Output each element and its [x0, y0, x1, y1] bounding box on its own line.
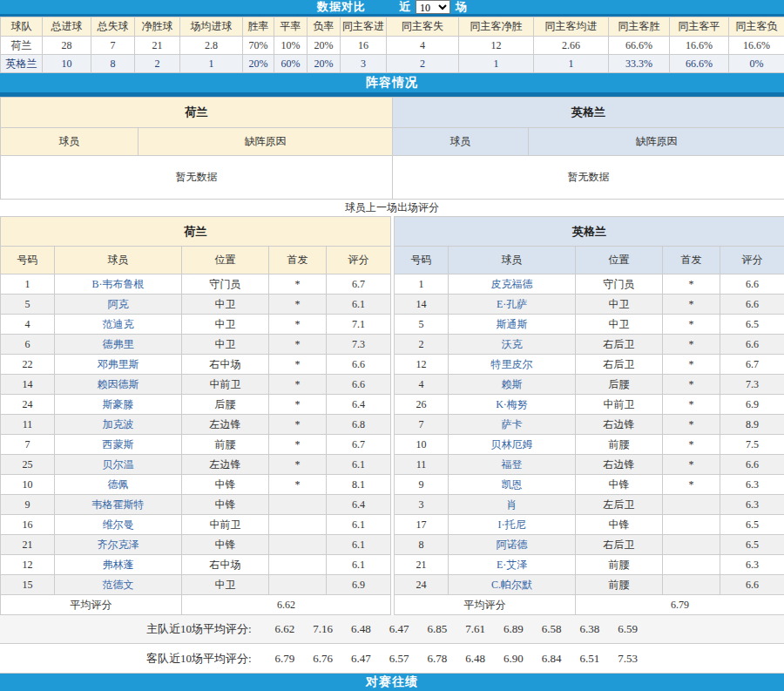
player-row: 3肖左后卫6.3 — [395, 495, 784, 515]
player-name-cell: 福登 — [449, 455, 576, 475]
player-name-cell: 凯恩 — [449, 475, 576, 495]
player-row: 5斯通斯中卫*6.5 — [395, 315, 784, 335]
player-name-link[interactable]: 贝林厄姆 — [491, 438, 533, 451]
player-rating: 6.5 — [720, 535, 784, 555]
stat-value: 20% — [308, 55, 341, 73]
player-name-link[interactable]: 萨卡 — [502, 418, 523, 430]
player-name-link[interactable]: 范德文 — [103, 579, 134, 591]
player-rating: 6.4 — [327, 395, 391, 415]
player-name-cell: I·托尼 — [449, 515, 576, 535]
comparison-column-header: 负率 — [308, 17, 341, 37]
lineup-nodata-row: 暂无数据 暂无数据 — [1, 156, 784, 200]
player-starting-flag — [663, 575, 720, 595]
player-name-link[interactable]: 特里皮尔 — [491, 358, 533, 370]
player-number: 7 — [1, 435, 55, 455]
player-name-link[interactable]: 弗林蓬 — [103, 559, 134, 571]
player-name-link[interactable]: 德佩 — [108, 478, 129, 491]
player-starting-flag — [663, 495, 720, 515]
player-number: 21 — [1, 535, 55, 555]
away-average-label: 平均评分 — [395, 595, 576, 615]
player-name-link[interactable]: 沃克 — [502, 338, 523, 350]
player-name-link[interactable]: C.帕尔默 — [491, 579, 532, 591]
away-average-value: 6.48 — [465, 652, 485, 666]
player-row: 7萨卡右边锋*8.9 — [395, 415, 784, 435]
player-number: 9 — [395, 475, 449, 495]
away-team-header-row: 英格兰 — [395, 217, 784, 247]
away-average-row: 平均评分 6.79 — [395, 595, 784, 615]
comparison-header-row: 球队总进球总失球净胜球场均进球胜率平率负率同主客进同主客失同主客净胜同主客均进同… — [1, 17, 784, 37]
player-row: 17I·托尼中锋6.5 — [395, 515, 784, 535]
home-average-label: 平均评分 — [1, 595, 182, 615]
player-rating: 6.6 — [720, 455, 784, 475]
player-name-link[interactable]: 斯豪滕 — [103, 398, 134, 410]
player-starting-flag — [269, 515, 327, 535]
player-name-link[interactable]: 福登 — [502, 458, 523, 471]
player-row: 6德弗里中卫*7.3 — [1, 335, 391, 355]
player-name-link[interactable]: 齐尔克泽 — [98, 539, 139, 551]
player-name-link[interactable]: B·韦布鲁根 — [92, 278, 145, 290]
player-number: 11 — [1, 415, 55, 435]
player-name-link[interactable]: 邓弗里斯 — [98, 358, 139, 370]
player-position: 中锋 — [182, 475, 269, 495]
player-position: 中前卫 — [576, 395, 663, 415]
player-name-link[interactable]: 皮克福德 — [491, 278, 533, 290]
home-average-value: 6.38 — [580, 622, 600, 636]
away-recent-averages-label: 客队近10场平均评分: — [146, 651, 252, 667]
player-row: 8阿诺德右后卫6.5 — [395, 535, 784, 555]
home-column-header: 评分 — [327, 247, 391, 274]
player-name-link[interactable]: 贝尔温 — [103, 458, 134, 471]
player-name-cell: 弗林蓬 — [55, 555, 182, 575]
player-row: 7西蒙斯前腰*6.7 — [1, 435, 391, 455]
player-name-link[interactable]: E·孔萨 — [497, 298, 527, 310]
player-name-link[interactable]: 凯恩 — [502, 478, 523, 491]
player-name-link[interactable]: 赖斯 — [502, 378, 523, 390]
player-row: 1皮克福德守门员*6.6 — [395, 274, 784, 295]
player-rating: 6.6 — [720, 575, 784, 595]
player-number: 4 — [1, 315, 55, 335]
player-name-cell: E·艾泽 — [449, 555, 576, 575]
player-name-link[interactable]: 赖因德斯 — [98, 378, 139, 390]
player-starting-flag: * — [269, 315, 327, 335]
player-number: 8 — [395, 535, 449, 555]
player-row: 16维尔曼中前卫6.1 — [1, 515, 391, 535]
stat-value: 2 — [387, 55, 459, 73]
player-starting-flag: * — [663, 355, 720, 375]
home-column-header: 首发 — [269, 247, 327, 274]
player-number: 16 — [1, 515, 55, 535]
player-name-link[interactable]: E·艾泽 — [497, 559, 527, 571]
player-position: 左后卫 — [576, 495, 663, 515]
player-rating: 6.6 — [720, 335, 784, 355]
comparison-column-header: 同主客净胜 — [459, 17, 534, 37]
player-name-link[interactable]: 阿诺德 — [497, 539, 528, 551]
player-name-link[interactable]: K·梅努 — [496, 398, 528, 410]
player-name-link[interactable]: 肖 — [507, 498, 517, 511]
player-starting-flag — [663, 515, 720, 535]
player-name-link[interactable]: I·托尼 — [498, 518, 526, 531]
lineup-away-team-header: 英格兰 — [393, 98, 784, 128]
player-rating: 7.1 — [327, 315, 391, 335]
player-rating: 6.7 — [327, 435, 391, 455]
recent-label: 近 — [399, 0, 410, 15]
player-position: 右中场 — [182, 555, 269, 575]
player-number: 9 — [1, 495, 55, 515]
player-rating: 6.3 — [720, 475, 784, 495]
player-position: 右后卫 — [576, 355, 663, 375]
player-name-link[interactable]: 韦格霍斯特 — [92, 498, 145, 511]
player-name-link[interactable]: 斯通斯 — [497, 318, 528, 330]
player-name-link[interactable]: 维尔曼 — [103, 518, 134, 531]
player-name-link[interactable]: 西蒙斯 — [103, 438, 134, 451]
player-name-link[interactable]: 德弗里 — [103, 338, 134, 350]
player-name-link[interactable]: 阿克 — [108, 298, 129, 310]
player-name-cell: 贝林厄姆 — [449, 435, 576, 455]
comparison-column-header: 同主客进 — [341, 17, 387, 37]
player-starting-flag — [269, 555, 327, 575]
player-position: 右后卫 — [576, 535, 663, 555]
player-row: 9凯恩中锋*6.3 — [395, 475, 784, 495]
recent-matches-select[interactable]: 10 — [416, 0, 450, 14]
player-name-cell: 沃克 — [449, 335, 576, 355]
player-name-cell: 西蒙斯 — [55, 435, 182, 455]
player-position: 中卫 — [576, 315, 663, 335]
player-name-link[interactable]: 范迪克 — [103, 318, 134, 330]
player-position: 右后卫 — [576, 335, 663, 355]
player-name-link[interactable]: 加克波 — [103, 418, 134, 430]
